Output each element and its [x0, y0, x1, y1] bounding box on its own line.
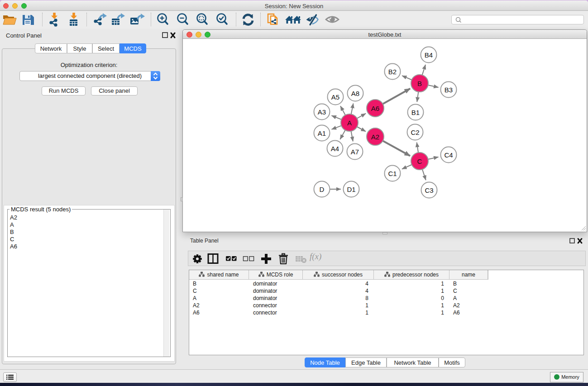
svg-text:A6: A6 [371, 105, 379, 112]
svg-text:A3: A3 [318, 108, 326, 116]
svg-text:D: D [320, 186, 325, 193]
svg-text:A2: A2 [371, 133, 379, 141]
svg-text:A1: A1 [318, 129, 326, 137]
svg-text:A4: A4 [331, 145, 339, 152]
svg-text:A: A [347, 119, 352, 127]
svg-text:A7: A7 [351, 148, 359, 156]
svg-text:B: B [417, 80, 422, 87]
svg-text:C: C [417, 157, 422, 165]
svg-text:C2: C2 [411, 129, 419, 136]
svg-text:C1: C1 [388, 170, 397, 177]
svg-text:B2: B2 [388, 68, 397, 76]
svg-text:C4: C4 [444, 151, 453, 159]
svg-text:A5: A5 [331, 93, 339, 101]
svg-text:C3: C3 [425, 186, 433, 194]
svg-text:A8: A8 [351, 90, 359, 97]
svg-text:B1: B1 [411, 109, 420, 116]
svg-text:B4: B4 [425, 51, 433, 59]
svg-text:B3: B3 [445, 86, 453, 94]
svg-text:D1: D1 [347, 186, 355, 193]
